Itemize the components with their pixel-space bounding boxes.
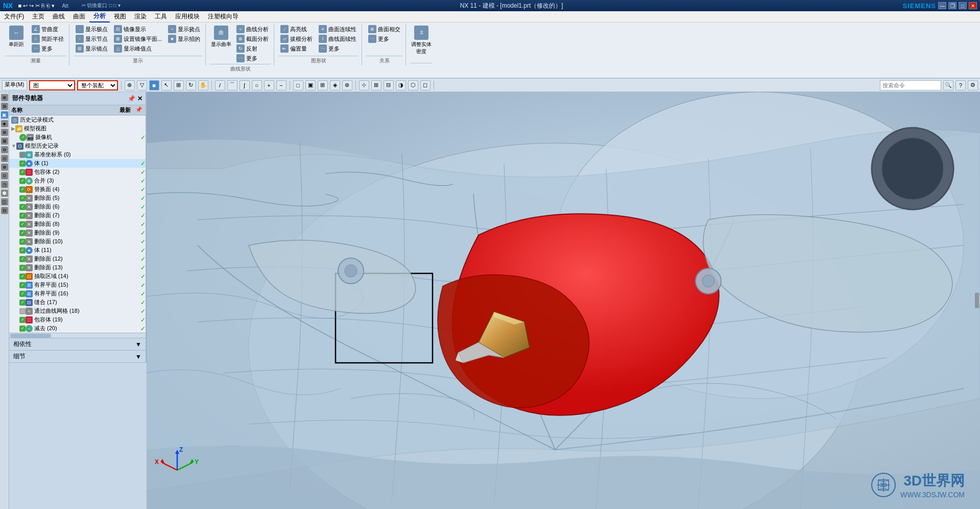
help-icon[interactable]: ? bbox=[955, 80, 966, 90]
view2-icon[interactable]: ▣ bbox=[305, 80, 316, 90]
sidebar-section-depends[interactable]: 相依性 ▼ bbox=[9, 338, 146, 351]
menu-button[interactable]: 菜单(M) bbox=[2, 80, 27, 90]
menu-surface[interactable]: 曲面 bbox=[69, 11, 89, 22]
tree-item-bound16[interactable]: ✓ ⊞ 有界平面 (16) ✓ bbox=[9, 289, 146, 298]
sidebar-section-detail[interactable]: 细节 ▼ bbox=[9, 351, 146, 363]
tree-item-bound15[interactable]: ✓ ⊞ 有界平面 (15) ✓ bbox=[9, 281, 146, 289]
btn-curve-continuity[interactable]: ⌇ 曲线面续性 bbox=[317, 34, 358, 43]
search-input[interactable] bbox=[880, 80, 941, 90]
btn-more-measure[interactable]: ⋯ 更多 bbox=[30, 44, 66, 53]
grid-icon[interactable]: ⊞ bbox=[371, 80, 381, 90]
btn-show-peaks[interactable]: △ 显示峰值点 bbox=[112, 44, 164, 53]
btn-curve-analysis[interactable]: ≈ 曲线分析 bbox=[234, 25, 271, 34]
ts-btn-4[interactable]: ◈ bbox=[1, 120, 8, 127]
select-icon[interactable]: ↖ bbox=[161, 80, 172, 90]
menu-tools[interactable]: 工具 bbox=[151, 11, 171, 22]
tree-item-model-history[interactable]: ▼ ⌬ 模型历史记录 bbox=[9, 142, 146, 150]
btn-show-mirrors[interactable]: ⊞ 显示镜点 bbox=[74, 44, 110, 53]
tree-item-extract14[interactable]: ✓ ⊡ 抽取区域 (14) ✓ bbox=[9, 272, 146, 281]
btn-set-mirror-plane[interactable]: ⊠ 设置镜像平面... bbox=[112, 34, 164, 43]
ts-btn-9[interactable]: ⊗ bbox=[1, 164, 8, 171]
tree-item-del12[interactable]: ✓ ✕ 删除面 (12) ✓ bbox=[9, 254, 146, 263]
color-icon[interactable]: ■ bbox=[149, 80, 159, 90]
tree-item-del10[interactable]: ✓ ✕ 删除面 (10) ✓ bbox=[9, 237, 146, 246]
tree-item-curve18[interactable]: □ ≈ 通过曲线网格 (18) ✓ bbox=[9, 307, 146, 315]
rotate-icon[interactable]: ↻ bbox=[186, 80, 196, 90]
btn-mirror-show[interactable]: ⊟ 镜像显示 bbox=[112, 25, 164, 34]
maximize-button[interactable]: □ bbox=[959, 2, 967, 9]
settings-icon[interactable]: ⚙ bbox=[968, 80, 978, 90]
close-button[interactable]: ✕ bbox=[969, 2, 977, 9]
filter-icon[interactable]: ▽ bbox=[137, 80, 147, 90]
menu-appmodule[interactable]: 应用模块 bbox=[171, 11, 204, 22]
menu-home[interactable]: 主页 bbox=[28, 11, 49, 22]
menu-file[interactable]: 文件(F) bbox=[0, 11, 28, 22]
btn-show-highlight[interactable]: ★ 显示招的 bbox=[166, 34, 202, 43]
zoom-icon[interactable]: ⊞ bbox=[174, 80, 184, 90]
tree-item-del8[interactable]: ✓ ✕ 删除面 (8) ✓ bbox=[9, 220, 146, 228]
btn-show-knots[interactable]: ◦ 显示节点 bbox=[74, 34, 110, 43]
viewport[interactable]: Z Y X 3D 3D世界网 bbox=[147, 92, 980, 509]
minimize-button[interactable]: — bbox=[938, 2, 946, 9]
menu-moldwizard[interactable]: 注塑模向导 bbox=[204, 11, 243, 22]
btn-surface-continuity[interactable]: ≡ 曲面连续性 bbox=[317, 25, 358, 34]
btn-reflect[interactable]: ↻ 反射 bbox=[234, 44, 271, 53]
tree-item-del7[interactable]: ✓ ✕ 删除面 (7) ✓ bbox=[9, 211, 146, 220]
view1-icon[interactable]: □ bbox=[293, 80, 303, 90]
btn-show-curvature[interactable]: 曲 显示曲率 bbox=[210, 25, 232, 49]
wire-icon[interactable]: ⬡ bbox=[408, 80, 418, 90]
view-select[interactable]: 图 bbox=[29, 80, 75, 90]
btn-draft-analysis[interactable]: ▱ 拔模分析 bbox=[278, 34, 315, 43]
ts-btn-1[interactable]: ⊕ bbox=[1, 94, 8, 101]
tree-item-camera[interactable]: ✓ 📷 摄像机 ✓ bbox=[9, 133, 146, 142]
ts-btn-7[interactable]: ⊖ bbox=[1, 146, 8, 153]
plus-icon[interactable]: + bbox=[264, 80, 274, 90]
menu-analysis[interactable]: 分析 bbox=[89, 11, 110, 22]
btn-surface-intersect[interactable]: ⊕ 曲面相交 bbox=[366, 25, 402, 34]
tree-item-sew17[interactable]: ✓ ⊟ 缝合 (17) ✓ bbox=[9, 298, 146, 307]
hide-icon[interactable]: ◻ bbox=[420, 80, 431, 90]
btn-tube-radius[interactable]: ○ 简距半径 bbox=[30, 34, 66, 43]
tree-item-del13[interactable]: ✓ ✕ 删除面 (13) ✓ bbox=[9, 263, 146, 272]
btn-section-analysis[interactable]: ⊗ 截面分析 bbox=[234, 34, 271, 43]
line-icon[interactable]: / bbox=[215, 80, 225, 90]
tree-item-del6[interactable]: ✓ ✕ 删除面 (6) ✓ bbox=[9, 202, 146, 211]
menu-curve[interactable]: 曲线 bbox=[49, 11, 69, 22]
ts-btn-5[interactable]: ⊛ bbox=[1, 129, 8, 136]
tree-item-history-mode[interactable]: ◷ 历史记录模式 bbox=[9, 115, 146, 124]
arc-icon[interactable]: ⌒ bbox=[227, 80, 237, 90]
tree-item-envelop19[interactable]: ✓ □ 包容体 (19) ✓ bbox=[9, 315, 146, 324]
snap2-icon[interactable]: ⊛ bbox=[342, 80, 352, 90]
btn-highlight-line[interactable]: ⟋ 高亮线 bbox=[278, 25, 315, 34]
tree-item-del5[interactable]: ✓ ✕ 删除面 (5) ✓ bbox=[9, 194, 146, 202]
ts-btn-2[interactable]: ⊞ bbox=[1, 103, 8, 110]
tree-item-envelop2[interactable]: ✓ □ 包容体 (2) ✓ bbox=[9, 168, 146, 176]
pan-icon[interactable]: ✋ bbox=[198, 80, 208, 90]
btn-more-relations[interactable]: ⋯ 更多 bbox=[366, 34, 402, 43]
tree-item-subtract20[interactable]: ✓ − 减去 (20) ✓ bbox=[9, 324, 146, 333]
ts-btn-13[interactable]: ◫ bbox=[1, 198, 8, 205]
tree-item-coord[interactable]: ⊕ 基准坐标系 (0) bbox=[9, 150, 146, 159]
btn-meas-angle[interactable]: ∠ 管曲度 bbox=[30, 25, 66, 34]
layer-icon[interactable]: ⊟ bbox=[384, 80, 394, 90]
ts-btn-11[interactable]: ◷ bbox=[1, 181, 8, 188]
btn-show-poles[interactable]: · 显示极点 bbox=[74, 25, 110, 34]
tree-item-merge3[interactable]: ✓ ⊕ 合并 (3) ✓ bbox=[9, 176, 146, 185]
btn-offset-amount[interactable]: ⇤ 偏置量 bbox=[278, 44, 315, 53]
expand-model-history[interactable]: ▼ bbox=[11, 143, 16, 149]
ts-btn-6[interactable]: ⊠ bbox=[1, 137, 8, 145]
sidebar-hscroll[interactable] bbox=[9, 333, 146, 338]
btn-more-curveshape[interactable]: ⋯ 更多 bbox=[234, 54, 271, 63]
sidebar-close-icon[interactable]: ✕ bbox=[137, 95, 142, 102]
ts-btn-8[interactable]: ◎ bbox=[1, 155, 8, 162]
sidebar-pin-icon[interactable]: 📌 bbox=[128, 95, 135, 102]
btn-more-faceshape[interactable]: ⋯ 更多 bbox=[317, 44, 358, 53]
ts-btn-10[interactable]: ⊙ bbox=[1, 172, 8, 179]
ts-btn-12[interactable]: ⌚ bbox=[1, 190, 8, 197]
btn-show-inflect[interactable]: ~ 显示挠点 bbox=[166, 25, 202, 34]
spline-icon[interactable]: ∫ bbox=[240, 80, 250, 90]
assembly-select[interactable]: 整个装配 bbox=[77, 80, 118, 90]
search-button[interactable]: 🔍 bbox=[943, 80, 953, 90]
view3-icon[interactable]: ⊞ bbox=[318, 80, 328, 90]
tree-item-del9[interactable]: ✓ ✕ 删除面 (9) ✓ bbox=[9, 228, 146, 237]
